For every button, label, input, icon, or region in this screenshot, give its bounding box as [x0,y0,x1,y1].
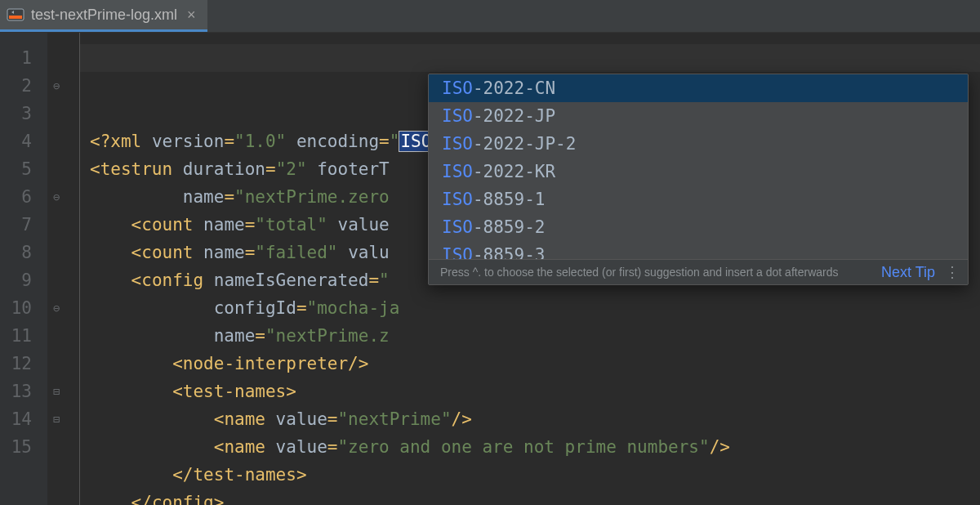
line-number: 14 [0,405,47,433]
line-number: 13 [0,378,47,405]
code-line: <name value="zero and one are not prime … [90,433,980,461]
ide-execution-file-icon [7,6,24,24]
completion-item[interactable]: ISO-8859-2 [429,213,968,241]
completion-item[interactable]: ISO-2022-JP [429,102,968,130]
fold-strip: ⊖⊖⊖⊟⊟ [47,33,80,505]
fold-toggle[interactable]: ⊟ [51,386,62,397]
code-line: configId="mocha-ja [90,294,980,322]
line-number: 10 [0,294,47,322]
caret-line-highlight [80,44,980,72]
line-number-gutter: 123456789101112131415 [0,33,47,505]
line-number: 3 [0,100,47,127]
completion-popup: ISO-2022-CNISO-2022-JPISO-2022-JP-2ISO-2… [428,74,969,285]
tab-filename: test-nextPrime-log.xml [31,7,177,24]
line-number: 15 [0,433,47,461]
code-line: <name value="nextPrime"/> [90,405,980,433]
line-number: 1 [0,44,47,72]
completion-list: ISO-2022-CNISO-2022-JPISO-2022-JP-2ISO-2… [429,74,968,241]
completion-item[interactable]: ISO-8859-1 [429,185,968,213]
completion-footer: Press ^. to choose the selected (or firs… [429,259,968,284]
completion-item-cutoff[interactable]: ISO-8859-3 [429,241,968,259]
line-number: 11 [0,322,47,350]
line-number: 9 [0,266,47,294]
next-tip-link[interactable]: Next Tip [881,265,935,279]
code-line: </test-names> [90,461,980,489]
line-number: 2 [0,72,47,100]
file-tab[interactable]: test-nextPrime-log.xml × [0,0,207,32]
close-icon[interactable]: × [184,7,199,24]
code-line: </config> [90,489,980,505]
line-number: 7 [0,211,47,239]
line-number: 4 [0,127,47,155]
tab-bar: test-nextPrime-log.xml × [0,0,980,33]
completion-item[interactable]: ISO-2022-CN [429,74,968,102]
line-number: 12 [0,350,47,378]
line-number: 5 [0,155,47,183]
fold-toggle[interactable]: ⊖ [51,191,62,203]
more-icon[interactable]: ⋮ [945,268,960,276]
code-line: <test-names> [90,378,980,405]
completion-item[interactable]: ISO-2022-JP-2 [429,130,968,158]
completion-item[interactable]: ISO-2022-KR [429,158,968,185]
line-number: 8 [0,239,47,266]
fold-toggle[interactable]: ⊖ [51,302,62,314]
code-line: name="nextPrime.z [90,322,980,350]
fold-toggle[interactable]: ⊟ [51,413,62,425]
svg-rect-1 [9,16,22,19]
code-line: <node-interpreter/> [90,350,980,378]
completion-hint: Press ^. to choose the selected (or firs… [440,265,871,279]
line-number: 6 [0,183,47,211]
fold-toggle[interactable]: ⊖ [51,80,62,92]
